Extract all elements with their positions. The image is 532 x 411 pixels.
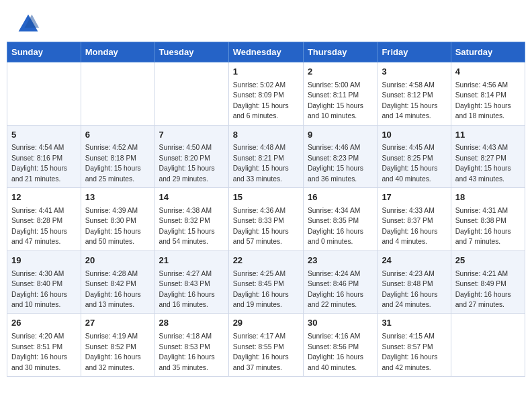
calendar-cell: 18Sunrise: 4:31 AM Sunset: 8:38 PM Dayli… bbox=[451, 188, 525, 251]
day-info: Sunrise: 4:45 AM Sunset: 8:25 PM Dayligh… bbox=[382, 144, 437, 182]
day-info: Sunrise: 4:15 AM Sunset: 8:57 PM Dayligh… bbox=[382, 332, 437, 371]
day-number: 30 bbox=[308, 317, 373, 330]
calendar-cell bbox=[451, 314, 525, 377]
calendar-cell: 2Sunrise: 5:00 AM Sunset: 8:11 PM Daylig… bbox=[303, 62, 377, 126]
day-info: Sunrise: 4:43 AM Sunset: 8:27 PM Dayligh… bbox=[455, 144, 511, 182]
calendar-cell: 23Sunrise: 4:24 AM Sunset: 8:46 PM Dayli… bbox=[303, 250, 377, 314]
day-info: Sunrise: 4:33 AM Sunset: 8:37 PM Dayligh… bbox=[382, 207, 437, 245]
calendar-table: SundayMondayTuesdayWednesdayThursdayFrid… bbox=[7, 42, 525, 377]
day-number: 3 bbox=[382, 66, 446, 79]
calendar-cell bbox=[154, 62, 228, 126]
calendar-header: SundayMondayTuesdayWednesdayThursdayFrid… bbox=[7, 42, 525, 62]
day-info: Sunrise: 4:25 AM Sunset: 8:45 PM Dayligh… bbox=[233, 270, 289, 308]
page-header bbox=[0, 0, 532, 42]
header-day-thursday: Thursday bbox=[303, 42, 377, 62]
calendar-cell: 27Sunrise: 4:19 AM Sunset: 8:52 PM Dayli… bbox=[81, 314, 154, 377]
calendar-cell: 22Sunrise: 4:25 AM Sunset: 8:45 PM Dayli… bbox=[228, 250, 303, 314]
day-info: Sunrise: 4:46 AM Sunset: 8:23 PM Dayligh… bbox=[308, 144, 363, 182]
calendar-cell bbox=[7, 62, 81, 126]
calendar-cell: 10Sunrise: 4:45 AM Sunset: 8:25 PM Dayli… bbox=[378, 125, 451, 188]
calendar-cell: 8Sunrise: 4:48 AM Sunset: 8:21 PM Daylig… bbox=[228, 125, 303, 188]
day-info: Sunrise: 4:48 AM Sunset: 8:21 PM Dayligh… bbox=[233, 144, 289, 182]
calendar-cell: 26Sunrise: 4:20 AM Sunset: 8:51 PM Dayli… bbox=[7, 314, 81, 377]
day-number: 7 bbox=[159, 129, 224, 142]
day-number: 8 bbox=[233, 129, 299, 142]
day-info: Sunrise: 4:38 AM Sunset: 8:32 PM Dayligh… bbox=[159, 207, 215, 245]
day-number: 25 bbox=[455, 255, 521, 267]
day-number: 24 bbox=[382, 255, 446, 267]
calendar-cell bbox=[81, 62, 154, 126]
day-number: 4 bbox=[455, 66, 521, 79]
day-info: Sunrise: 5:00 AM Sunset: 8:11 PM Dayligh… bbox=[308, 81, 363, 120]
day-number: 2 bbox=[308, 66, 373, 79]
day-info: Sunrise: 4:52 AM Sunset: 8:18 PM Dayligh… bbox=[85, 144, 141, 182]
logo-icon bbox=[16, 12, 40, 36]
day-number: 1 bbox=[233, 66, 299, 79]
day-number: 28 bbox=[159, 317, 224, 330]
day-info: Sunrise: 4:36 AM Sunset: 8:33 PM Dayligh… bbox=[233, 207, 289, 245]
day-number: 15 bbox=[233, 191, 299, 204]
day-info: Sunrise: 4:23 AM Sunset: 8:48 PM Dayligh… bbox=[382, 270, 437, 308]
calendar-cell: 19Sunrise: 4:30 AM Sunset: 8:40 PM Dayli… bbox=[7, 250, 81, 314]
calendar-cell: 30Sunrise: 4:16 AM Sunset: 8:56 PM Dayli… bbox=[303, 314, 377, 377]
day-info: Sunrise: 4:56 AM Sunset: 8:14 PM Dayligh… bbox=[455, 81, 511, 120]
day-info: Sunrise: 4:41 AM Sunset: 8:28 PM Dayligh… bbox=[11, 207, 67, 245]
day-number: 22 bbox=[233, 255, 299, 267]
day-info: Sunrise: 4:54 AM Sunset: 8:16 PM Dayligh… bbox=[11, 144, 67, 182]
day-number: 18 bbox=[455, 191, 521, 204]
header-day-tuesday: Tuesday bbox=[154, 42, 228, 62]
calendar-cell: 9Sunrise: 4:46 AM Sunset: 8:23 PM Daylig… bbox=[303, 125, 377, 188]
calendar-wrap: SundayMondayTuesdayWednesdayThursdayFrid… bbox=[0, 42, 532, 383]
calendar-cell: 12Sunrise: 4:41 AM Sunset: 8:28 PM Dayli… bbox=[7, 188, 81, 251]
day-number: 9 bbox=[308, 129, 373, 142]
day-number: 31 bbox=[382, 317, 446, 330]
day-number: 6 bbox=[85, 129, 150, 142]
calendar-cell: 29Sunrise: 4:17 AM Sunset: 8:55 PM Dayli… bbox=[228, 314, 303, 377]
day-number: 13 bbox=[85, 191, 150, 204]
day-number: 21 bbox=[159, 255, 224, 267]
day-number: 23 bbox=[308, 255, 373, 267]
header-day-wednesday: Wednesday bbox=[228, 42, 303, 62]
calendar-cell: 31Sunrise: 4:15 AM Sunset: 8:57 PM Dayli… bbox=[378, 314, 451, 377]
day-info: Sunrise: 4:20 AM Sunset: 8:51 PM Dayligh… bbox=[11, 332, 67, 371]
calendar-cell: 20Sunrise: 4:28 AM Sunset: 8:42 PM Dayli… bbox=[81, 250, 154, 314]
day-info: Sunrise: 4:30 AM Sunset: 8:40 PM Dayligh… bbox=[11, 270, 67, 308]
day-info: Sunrise: 4:50 AM Sunset: 8:20 PM Dayligh… bbox=[159, 144, 215, 182]
day-number: 17 bbox=[382, 191, 446, 204]
calendar-cell: 5Sunrise: 4:54 AM Sunset: 8:16 PM Daylig… bbox=[7, 125, 81, 188]
calendar-cell: 17Sunrise: 4:33 AM Sunset: 8:37 PM Dayli… bbox=[378, 188, 451, 251]
week-row-3: 12Sunrise: 4:41 AM Sunset: 8:28 PM Dayli… bbox=[7, 188, 525, 251]
calendar-cell: 28Sunrise: 4:18 AM Sunset: 8:53 PM Dayli… bbox=[154, 314, 228, 377]
calendar-cell: 14Sunrise: 4:38 AM Sunset: 8:32 PM Dayli… bbox=[154, 188, 228, 251]
day-number: 19 bbox=[11, 255, 77, 267]
day-number: 10 bbox=[382, 129, 446, 142]
day-info: Sunrise: 4:19 AM Sunset: 8:52 PM Dayligh… bbox=[85, 332, 141, 371]
calendar-cell: 21Sunrise: 4:27 AM Sunset: 8:43 PM Dayli… bbox=[154, 250, 228, 314]
calendar-cell: 25Sunrise: 4:21 AM Sunset: 8:49 PM Dayli… bbox=[451, 250, 525, 314]
header-row: SundayMondayTuesdayWednesdayThursdayFrid… bbox=[7, 42, 525, 62]
day-info: Sunrise: 4:18 AM Sunset: 8:53 PM Dayligh… bbox=[159, 332, 215, 371]
week-row-5: 26Sunrise: 4:20 AM Sunset: 8:51 PM Dayli… bbox=[7, 314, 525, 377]
day-number: 29 bbox=[233, 317, 299, 330]
header-day-monday: Monday bbox=[81, 42, 154, 62]
logo bbox=[16, 12, 43, 36]
day-info: Sunrise: 4:27 AM Sunset: 8:43 PM Dayligh… bbox=[159, 270, 215, 308]
calendar-cell: 13Sunrise: 4:39 AM Sunset: 8:30 PM Dayli… bbox=[81, 188, 154, 251]
day-number: 20 bbox=[85, 255, 150, 267]
day-info: Sunrise: 4:21 AM Sunset: 8:49 PM Dayligh… bbox=[455, 270, 511, 308]
day-number: 16 bbox=[308, 191, 373, 204]
day-number: 11 bbox=[455, 129, 521, 142]
day-info: Sunrise: 4:34 AM Sunset: 8:35 PM Dayligh… bbox=[308, 207, 363, 245]
day-number: 26 bbox=[11, 317, 77, 330]
calendar-cell: 4Sunrise: 4:56 AM Sunset: 8:14 PM Daylig… bbox=[451, 62, 525, 126]
calendar-cell: 7Sunrise: 4:50 AM Sunset: 8:20 PM Daylig… bbox=[154, 125, 228, 188]
day-info: Sunrise: 4:39 AM Sunset: 8:30 PM Dayligh… bbox=[85, 207, 141, 245]
header-day-sunday: Sunday bbox=[7, 42, 81, 62]
calendar-cell: 15Sunrise: 4:36 AM Sunset: 8:33 PM Dayli… bbox=[228, 188, 303, 251]
day-number: 27 bbox=[85, 317, 150, 330]
day-info: Sunrise: 4:28 AM Sunset: 8:42 PM Dayligh… bbox=[85, 270, 141, 308]
header-day-friday: Friday bbox=[378, 42, 451, 62]
day-info: Sunrise: 4:24 AM Sunset: 8:46 PM Dayligh… bbox=[308, 270, 363, 308]
day-number: 14 bbox=[159, 191, 224, 204]
week-row-1: 1Sunrise: 5:02 AM Sunset: 8:09 PM Daylig… bbox=[7, 62, 525, 126]
